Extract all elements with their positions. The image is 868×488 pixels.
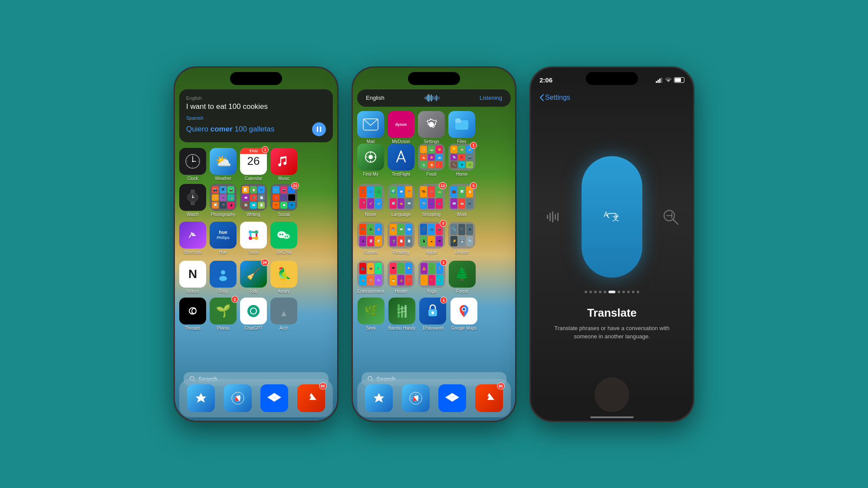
p2-app-utilities[interactable]: 🔧 🔨 ⚙ 🔑 💾 📡 Utilities — [448, 222, 475, 255]
dot-6-active — [608, 291, 615, 293]
p2-app-forest[interactable]: 🌲 Forest — [449, 261, 476, 294]
p2-app-food[interactable]: 🍕 🥗 🍔 🍜 🍣 ☕ 🥤 🧁 🍎 Food — [418, 144, 445, 177]
sound-wave — [389, 94, 475, 102]
svg-rect-81 — [547, 215, 548, 219]
p2-app-seek-label: Seek — [366, 326, 376, 331]
p2-app-bambu-label: Bambu Handy — [388, 326, 415, 331]
app-social-label: Social — [278, 212, 289, 217]
p2-dock-spark[interactable]: 90 — [475, 384, 503, 412]
p2-app-mydyson[interactable]: dyson MyDyson — [388, 111, 414, 144]
svg-rect-1 — [320, 127, 321, 132]
translate-container: A 文 — [531, 120, 693, 377]
p2-app-work[interactable]: 💼 📊 📋 📧 📅 🗂 5 Work — [448, 184, 475, 217]
app-shortcuts-label: Shortcuts — [184, 250, 202, 255]
sound-wave-icon[interactable] — [542, 206, 564, 228]
app-threads[interactable]: Threads — [179, 298, 206, 331]
dock-spark[interactable]: 90 — [297, 384, 325, 412]
app-notion[interactable]: N Notion — [179, 261, 206, 294]
p2-app-1password-label: 1Password — [422, 326, 444, 331]
svg-rect-56 — [398, 304, 400, 318]
battery-icon — [674, 77, 684, 83]
p2-dock-safari[interactable] — [402, 384, 430, 412]
p2-app-home[interactable]: 💡 🏠 🔒 📡 🌡 📷 🔧 ❄ 🌿 1 Home — [448, 144, 475, 177]
dot-3 — [594, 291, 597, 293]
p2-app-seek[interactable]: 🌿 Seek — [357, 298, 385, 331]
p2-app-googlemaps[interactable]: Google Maps — [450, 298, 477, 331]
app-calendar[interactable]: THU 26 1 Calendar — [240, 148, 267, 181]
app-social[interactable]: 🐦 📷 f 👾 📺 T P 💬 ✈ 21 Social — [270, 184, 297, 217]
svg-point-25 — [279, 233, 281, 235]
app-photography[interactable]: 📷 🖼 📸 🎨 ✂ 🎭 📊 🎬 📱 Photography — [210, 184, 237, 217]
p2-app-games-label: Games — [364, 250, 378, 255]
svg-point-31 — [221, 270, 225, 275]
app-watch[interactable]: Watch — [179, 184, 206, 217]
app-chatgpt[interactable]: ChatGPT — [240, 298, 267, 331]
p2-app-1password[interactable]: 1 1Password — [419, 298, 447, 331]
p2-app-apple[interactable]: 🎵 📺 🎬 📱 ☁ 🗺 3 Apple — [418, 222, 445, 255]
dock-appstore[interactable] — [187, 384, 215, 412]
p2-app-testflight[interactable]: TestFlight — [388, 144, 414, 177]
translate-pill-button[interactable]: A 文 — [582, 156, 642, 278]
app-shortcuts[interactable]: Shortcuts — [179, 222, 206, 255]
p2-app-shopping[interactable]: 🛍 🛒 💳 🏬 👗 👟 12 Shopping — [418, 184, 445, 217]
svg-point-19 — [255, 236, 258, 240]
p2-app-mail[interactable]: Mail — [357, 111, 384, 144]
app-arch[interactable]: Arch — [270, 298, 297, 331]
svg-rect-21 — [252, 231, 255, 233]
p2-app-testflight-label: TestFlight — [392, 172, 411, 177]
app-planta[interactable]: 🌱 2 Planta — [210, 298, 237, 331]
p2-app-entertainment[interactable]: 📺 🎬 🎭 🎪 🎡 🎠 Entertainment — [357, 261, 384, 294]
app-ring[interactable]: Ring — [210, 261, 237, 294]
back-button[interactable]: Settings — [539, 94, 570, 102]
svg-rect-48 — [455, 118, 460, 121]
p2-app-language[interactable]: 🌍 💬 📚 🔤 ✍ 📖 Language — [388, 184, 414, 217]
svg-point-65 — [463, 308, 465, 311]
p2-app-shopping-label: Shopping — [422, 212, 441, 217]
siri-pause-button[interactable] — [312, 122, 326, 136]
p2-app-work-label: Work — [457, 212, 467, 217]
p2-app-noise[interactable]: 🎵 🎶 🎧 🎤 🎸 🎺 Noise — [357, 184, 384, 217]
app-tody-label: Tody — [249, 289, 258, 294]
app-aviary[interactable]: 🦜 Aviary — [270, 261, 297, 294]
phone-2: English Listening — [352, 66, 516, 422]
p2-dock-dropbox[interactable] — [438, 384, 466, 412]
p2-app-settings[interactable]: Settings — [418, 111, 445, 144]
svg-point-29 — [287, 236, 288, 237]
p2-app-bambu[interactable]: Bambu Handy — [388, 298, 415, 331]
dot-5 — [604, 291, 606, 293]
dock-dropbox[interactable] — [260, 384, 288, 412]
calendar-badge: 1 — [262, 146, 269, 153]
p2-app-files[interactable]: Files — [448, 111, 475, 144]
dock-safari[interactable] — [224, 384, 252, 412]
feature-title: Translate — [587, 306, 637, 320]
p2-app-yoga[interactable]: 🧘 🌿 🏋 🤸 🏃 🚴 1 Yoga — [418, 261, 445, 294]
zoom-camera-icon[interactable] — [660, 206, 681, 228]
app-wechat[interactable]: WeChat — [270, 222, 297, 255]
app-clock[interactable]: Clock — [179, 148, 206, 181]
dot-2 — [589, 291, 592, 293]
app-slack-label: Slack — [248, 250, 259, 255]
p2-app-forest-label: Forest — [456, 289, 468, 294]
app-music-label: Music — [278, 176, 289, 181]
p2-app-games[interactable]: 🎮 🕹 🎯 ♟ 🃏 🎲 Games — [357, 222, 384, 255]
svg-rect-63 — [432, 313, 433, 314]
translate-modes: A 文 — [542, 156, 681, 278]
app-writing[interactable]: 📝 📋 ✏ 📖 📓 📄 🔤 📰 📑 Writing — [240, 184, 267, 217]
status-icons — [656, 77, 684, 83]
p2-app-entertainment-label: Entertainment — [357, 289, 384, 294]
dot-4 — [599, 291, 602, 293]
app-weather-label: Weather — [215, 176, 231, 181]
app-weather[interactable]: ⛅ Weather — [210, 148, 237, 181]
p2-app-reading[interactable]: 📚 📖 📰 📓 📄 📑 Reading — [388, 222, 414, 255]
p2-app-health[interactable]: ❤ 🏃 💊 🥗 🧘 🩺 Health — [388, 261, 414, 294]
p2-app-findmy[interactable]: Find My — [357, 144, 384, 177]
dock-2: 90 — [357, 379, 511, 417]
p2-app-googlemaps-label: Google Maps — [451, 326, 477, 331]
svg-rect-82 — [549, 213, 551, 221]
p2-dock-appstore[interactable] — [365, 384, 393, 412]
app-slack[interactable]: Slack — [240, 222, 267, 255]
app-tody[interactable]: 🧹 26 Tody — [240, 261, 267, 294]
app-hue[interactable]: huePhilips Hue — [210, 222, 237, 255]
app-writing-label: Writing — [247, 212, 260, 217]
app-music[interactable]: Music — [270, 148, 297, 181]
